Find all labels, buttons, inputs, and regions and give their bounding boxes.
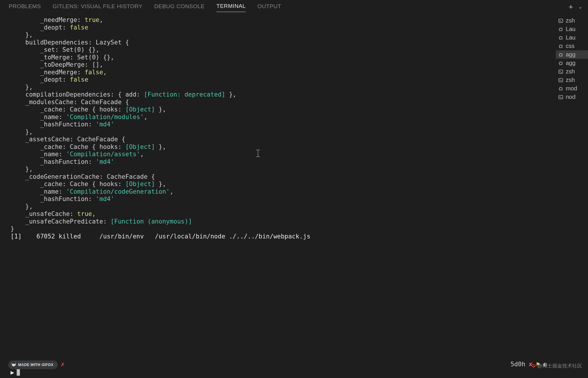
terminal-list-label: Lau [566, 26, 575, 32]
terminal-list-item[interactable]: zsh [556, 76, 588, 84]
prompt-time: 5d0h [510, 361, 525, 368]
terminal-line: _needMerge: true, [11, 16, 547, 24]
terminal-line: _hashFunction: 'md4' [11, 195, 547, 203]
terminal-list-item[interactable]: nod [556, 93, 588, 101]
bug-icon [558, 61, 563, 66]
terminal-line: _name: 'Compilation/codeGeneration', [11, 188, 547, 196]
terminal-list-label: agg [566, 60, 575, 66]
terminal-list-label: agg [566, 51, 575, 58]
tab-problems[interactable]: PROBLEMS [9, 1, 41, 12]
terminal-dropdown-icon[interactable]: ⌄ [578, 2, 582, 11]
bug-icon [558, 52, 563, 57]
terminal-list-item[interactable]: Lau [556, 25, 588, 33]
terminal-line: _codeGenerationCache: CacheFacade { [11, 173, 547, 181]
terminal-line: _cache: Cache { hooks: [Object] }, [11, 181, 547, 188]
tab-debug-console[interactable]: DEBUG CONSOLE [154, 1, 205, 12]
terminal-list-item[interactable]: zsh [556, 16, 588, 25]
terminal-list-label: css [566, 43, 575, 49]
terminal-line: _name: 'Compilation/assets', [11, 151, 547, 158]
gifox-badge: MADE WITH GIFOX [8, 360, 58, 369]
terminal-list-item[interactable]: css [556, 42, 588, 50]
watermark: @稀土掘金技术社区 [531, 362, 582, 369]
shell-icon [558, 69, 563, 74]
terminal-line: _hashFunction: 'md4' [11, 158, 547, 166]
prompt-dirty-icon: ✗ [61, 361, 65, 368]
terminal-list: zshLauLaucssaggaggzshzshmodnod [556, 13, 588, 378]
terminal-line: _toMerge: Set(0) {}, [11, 54, 547, 61]
prompt-input-line[interactable]: ▶ [11, 369, 20, 377]
terminal-line: [1] 67052 killed /usr/bin/env /usr/local… [11, 233, 547, 240]
terminal-list-item[interactable]: agg [556, 59, 588, 67]
terminal-line: }, [11, 128, 547, 136]
terminal-list-label: zsh [566, 17, 575, 24]
terminal-line: _hashFunction: 'md4' [11, 121, 547, 128]
svg-point-2 [560, 37, 562, 39]
prompt-arrow-icon: ▶ [11, 369, 14, 377]
svg-rect-9 [559, 95, 563, 99]
terminal-line: _name: 'Compilation/modules', [11, 114, 547, 121]
terminal-line: _unsafeCache: true, [11, 210, 547, 218]
terminal-line: buildDependencies: LazySet { [11, 39, 547, 47]
terminal-line: } [11, 225, 547, 233]
prompt-row: ples/aaa main ✗ 5d0h ✘ ⚑ ◐ [11, 361, 547, 368]
terminal-list-item[interactable]: zsh [556, 67, 588, 76]
terminal-output[interactable]: _needMerge: true, _deopt: false }, build… [0, 13, 556, 378]
svg-point-3 [560, 45, 562, 48]
svg-rect-0 [559, 19, 563, 23]
shell-icon [558, 78, 563, 83]
terminal-line: _assetsCache: CacheFacade { [11, 136, 547, 143]
bug-icon [558, 86, 563, 91]
tab-output[interactable]: OUTPUT [257, 1, 281, 12]
watermark-text: @稀土掘金技术社区 [537, 362, 582, 369]
terminal-line: _cache: Cache { hooks: [Object] }, [11, 106, 547, 114]
svg-point-8 [560, 87, 562, 90]
new-terminal-icon[interactable]: + [569, 2, 573, 11]
text-cursor-icon [230, 142, 261, 166]
terminal-line: }, [11, 31, 547, 39]
terminal-line: _deopt: false [11, 76, 547, 84]
terminal-line: _toDeepMerge: [], [11, 61, 547, 69]
terminal-line: _modulesCache: CacheFacade { [11, 99, 547, 106]
terminal-line: _set: Set(0) {}, [11, 46, 547, 54]
svg-point-4 [560, 54, 562, 56]
fox-icon [11, 362, 16, 367]
bug-icon [558, 44, 563, 49]
terminal-list-item[interactable]: Lau [556, 33, 588, 42]
terminal-list-item[interactable]: agg [556, 50, 588, 59]
juejin-icon [531, 363, 536, 369]
svg-rect-7 [559, 78, 563, 82]
terminal-list-label: nod [566, 94, 575, 100]
panel-tabs: PROBLEMS GITLENS: VISUAL FILE HISTORY DE… [0, 0, 588, 13]
svg-rect-6 [559, 70, 563, 73]
terminal-list-label: zsh [566, 77, 575, 83]
svg-point-1 [560, 28, 562, 31]
bug-icon [558, 27, 563, 32]
terminal-line: compilationDependencies: { add: [Functio… [11, 91, 547, 99]
terminal-line: _needMerge: false, [11, 69, 547, 76]
terminal-line: _cache: Cache { hooks: [Object] }, [11, 143, 547, 151]
gifox-label: MADE WITH GIFOX [18, 363, 54, 367]
terminal-line: }, [11, 203, 547, 211]
terminal-list-label: zsh [566, 68, 575, 75]
shell-icon [558, 18, 563, 23]
svg-point-5 [560, 62, 562, 65]
bug-icon [558, 35, 563, 40]
block-cursor [17, 369, 20, 376]
terminal-list-label: Lau [566, 34, 575, 41]
panel-actions: + ⌄ [569, 2, 582, 11]
shell-icon [558, 94, 563, 100]
terminal-line: _unsafeCachePredicate: [Function (anonym… [11, 218, 547, 226]
terminal-line: _deopt: false [11, 24, 547, 32]
terminal-line: }, [11, 166, 547, 173]
terminal-list-item[interactable]: mod [556, 84, 588, 93]
tab-terminal[interactable]: TERMINAL [216, 1, 246, 12]
tab-gitlens[interactable]: GITLENS: VISUAL FILE HISTORY [53, 1, 143, 12]
terminal-list-label: mod [566, 85, 577, 92]
terminal-line: }, [11, 84, 547, 91]
